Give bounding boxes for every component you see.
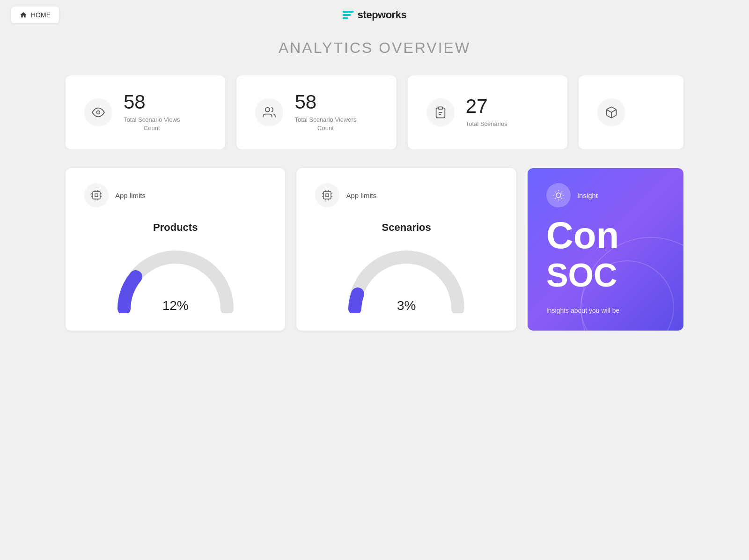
scenarios-gauge-container: 3% xyxy=(315,243,497,313)
svg-rect-16 xyxy=(323,192,331,199)
stat-card-views: 58 Total Scenario ViewsCount xyxy=(66,75,225,149)
stat-card-fourth xyxy=(579,75,683,149)
stat-label-viewers: Total Scenario ViewersCount xyxy=(294,116,356,133)
stat-number-views: 58 xyxy=(124,92,180,112)
home-icon xyxy=(20,11,27,19)
svg-rect-6 xyxy=(93,192,100,199)
stat-info-viewers: 58 Total Scenario ViewersCount xyxy=(294,92,356,133)
cpu-icon-2 xyxy=(322,190,333,201)
scenarios-card-icon xyxy=(315,183,339,207)
products-gauge-container: 12% xyxy=(84,243,266,313)
stat-icon-scenarios xyxy=(426,98,455,126)
bottom-row: App limits Products 12% xyxy=(0,168,749,331)
svg-point-1 xyxy=(265,108,270,112)
scenarios-gauge-wrapper: 3% xyxy=(341,243,472,313)
products-gauge-percent: 12% xyxy=(162,298,189,313)
brand-name: stepworks xyxy=(358,9,406,21)
stat-card-scenarios: 27 Total Scenarios xyxy=(408,75,567,149)
products-card-label: App limits xyxy=(115,192,146,199)
scenarios-gauge-percent: 3% xyxy=(397,298,416,313)
products-gauge-wrapper: 12% xyxy=(110,243,241,313)
products-gauge-title: Products xyxy=(84,221,266,234)
stat-card-viewers: 58 Total Scenario ViewersCount xyxy=(236,75,396,149)
stat-label-views: Total Scenario ViewsCount xyxy=(124,116,180,133)
brand-icon xyxy=(343,11,354,19)
home-label: HOME xyxy=(31,11,51,19)
page-title: ANALYTICS OVERVIEW xyxy=(0,39,749,57)
lightbulb-icon xyxy=(553,190,564,201)
insight-card-header: Insight xyxy=(546,183,665,207)
svg-line-34 xyxy=(561,192,562,192)
svg-rect-2 xyxy=(438,107,442,110)
users-icon xyxy=(263,106,276,119)
svg-point-26 xyxy=(556,193,561,198)
scenarios-limits-card: App limits Scenarios 3% xyxy=(296,168,516,331)
insight-card: Insight Con SOC Insights about you will … xyxy=(528,168,683,331)
stat-number-scenarios: 27 xyxy=(466,96,507,116)
svg-line-33 xyxy=(555,199,555,199)
insight-label: Insight xyxy=(577,192,598,199)
cpu-icon xyxy=(91,190,102,201)
svg-line-30 xyxy=(561,199,562,199)
scenarios-card-label: App limits xyxy=(346,192,376,199)
brand-logo: stepworks xyxy=(343,9,406,21)
svg-point-0 xyxy=(97,111,100,114)
stat-info-views: 58 Total Scenario ViewsCount xyxy=(124,92,180,133)
insight-icon-circle xyxy=(546,183,571,207)
scenarios-card-header: App limits xyxy=(315,183,497,207)
products-card-icon xyxy=(84,183,109,207)
stat-number-viewers: 58 xyxy=(294,92,356,112)
stat-info-scenarios: 27 Total Scenarios xyxy=(466,96,507,128)
products-limits-card: App limits Products 12% xyxy=(66,168,285,331)
svg-line-29 xyxy=(555,192,555,192)
stat-icon-fourth xyxy=(597,98,625,126)
stat-label-scenarios: Total Scenarios xyxy=(466,120,507,128)
clipboard-icon xyxy=(434,106,447,119)
scenarios-gauge-title: Scenarios xyxy=(315,221,497,234)
stat-icon-views xyxy=(84,98,112,126)
eye-icon xyxy=(92,106,105,119)
stat-icon-viewers xyxy=(255,98,283,126)
box-icon xyxy=(605,106,618,119)
svg-rect-17 xyxy=(326,194,329,197)
svg-rect-7 xyxy=(95,194,98,197)
stats-row: 58 Total Scenario ViewsCount 58 Total Sc… xyxy=(0,75,749,149)
home-button[interactable]: HOME xyxy=(11,7,59,23)
products-card-header: App limits xyxy=(84,183,266,207)
top-nav: HOME stepworks xyxy=(0,0,749,30)
